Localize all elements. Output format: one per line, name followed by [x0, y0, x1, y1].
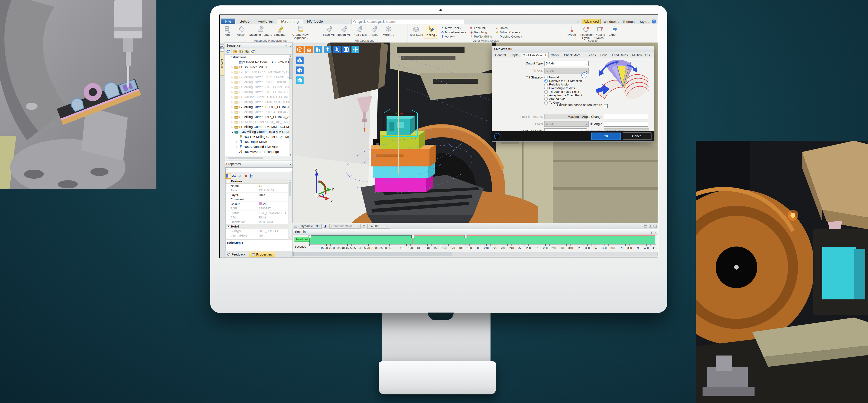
- radio-icon[interactable]: [544, 97, 548, 101]
- ribbon-button-simulate[interactable]: Simulate ▾: [273, 25, 288, 38]
- dialog-tab-tool-axis-control[interactable]: Tool Axis Control: [521, 52, 549, 58]
- menu-item-windows[interactable]: Windows ▾: [603, 20, 620, 24]
- timeline-horizontal-scrollbar[interactable]: [293, 252, 657, 256]
- cancel-button[interactable]: Cancel: [623, 133, 651, 140]
- property-row-internalhole[interactable]: InternalHoleNo: [225, 233, 288, 238]
- category-icon[interactable]: [225, 173, 231, 179]
- sequence-vertical-scrollbar[interactable]: ▲ ▼: [289, 55, 292, 156]
- machine-view-icon[interactable]: [314, 46, 322, 53]
- expander-icon[interactable]: ▷: [230, 99, 234, 105]
- max-angle-input[interactable]: [604, 114, 648, 119]
- ok-button[interactable]: OK: [591, 133, 621, 140]
- tree-item-164-rapid-move[interactable]: ▷164 Rapid Move: [225, 139, 289, 144]
- tree-item-instructions[interactable]: Instructions: [225, 55, 289, 60]
- ribbon-button-profile-milling[interactable]: §Profile Milling: [469, 34, 493, 39]
- expander-icon[interactable]: ▷: [230, 110, 234, 114]
- sequence-horizontal-scrollbar[interactable]: ◂▸: [225, 156, 292, 160]
- dialog-close-icon[interactable]: ✕: [510, 47, 513, 51]
- calc-centre-checkbox[interactable]: [604, 104, 608, 108]
- layers-side-tab[interactable]: Layers: [220, 52, 224, 76]
- ribbon-button-probe[interactable]: Probe: [565, 25, 579, 38]
- close-icon[interactable]: ✕: [655, 230, 657, 235]
- dialog-tab-multiple-cuts[interactable]: Multiple Cuts: [630, 52, 652, 58]
- world-folder-icon[interactable]: [244, 49, 249, 54]
- ribbon-button-create-new-sequence[interactable]: Create New Sequence ▾: [288, 25, 313, 38]
- pin-icon[interactable]: ⊤: [285, 44, 287, 49]
- sort-icon[interactable]: A: [232, 173, 237, 178]
- tilt-option-normal[interactable]: Normal: [544, 76, 559, 79]
- properties-vertical-scrollbar[interactable]: ▲ ▼: [288, 179, 292, 239]
- dialog-tab-check[interactable]: Check: [549, 52, 562, 58]
- delete-folder-icon[interactable]: ✶: [232, 49, 237, 54]
- pin-icon[interactable]: ⊤: [650, 230, 653, 235]
- expander-icon[interactable]: ▷: [230, 124, 234, 129]
- property-row-name[interactable]: Name10: [225, 184, 288, 188]
- refresh-icon[interactable]: [225, 49, 230, 54]
- tree-item-t2-d20-high-feed-slot-strategy-open-slot[interactable]: ▷T2 D20 High Feed Slot Strategy Open Slo…: [225, 70, 289, 75]
- timeline-segment-1[interactable]: [412, 235, 466, 244]
- tree-item-t11-milling-cutter-d13-drill-15385u08c[interactable]: ▷T11 Milling Cutter : D13_Drill_15385U08…: [225, 119, 289, 124]
- ribbon-tab-setup[interactable]: Setup: [235, 19, 253, 24]
- view-cube-icon[interactable]: [296, 46, 304, 53]
- pin-icon[interactable]: ⊤: [285, 162, 287, 168]
- tree-item-t36-milling-cutter-10-0-mm-dia-ball-nose[interactable]: ◢T36 Milling Cutter : 10.0 MM DIA BALL N…: [225, 129, 289, 134]
- property-row-orientation[interactable]: OrientationVERTICAL: [225, 220, 288, 224]
- property-group-hole2[interactable]: −Hole2: [225, 224, 288, 229]
- timeline-handle[interactable]: [309, 235, 311, 238]
- radio-icon[interactable]: [544, 87, 548, 90]
- tree-item-t7-milling-cutter-p2d12-fetoga-hmx2-01-1[interactable]: ▷T7 Milling Cutter : P2D12_FEToGA_HMX2.0…: [225, 105, 289, 110]
- ribbon-button-move-tool[interactable]: ↱Move Tool ▾: [440, 26, 467, 30]
- property-row-type[interactable]: TypeFT_HOLE2: [225, 188, 288, 193]
- expander-icon[interactable]: ▷: [230, 70, 234, 75]
- property-row-colour[interactable]: Colour26: [225, 202, 288, 206]
- property-row-comment[interactable]: Comment: [225, 197, 288, 202]
- dialog-help-icon[interactable]: ?: [581, 73, 587, 78]
- expander-icon[interactable]: ▷: [230, 75, 234, 80]
- expander-icon[interactable]: ▷: [235, 139, 239, 144]
- property-row-cpl[interactable]: CPLRight: [225, 215, 288, 220]
- ribbon-button-miscellaneous[interactable]: ⚙Miscellaneous ▾: [440, 30, 467, 34]
- tab-properties[interactable]: Properties: [249, 252, 275, 258]
- tilt-option-fixed-angle-to-axis[interactable]: Fixed Angle to Axis: [544, 86, 575, 90]
- ribbon-button-face-mill[interactable]: ≋Face Mill: [469, 26, 493, 30]
- radio-icon[interactable]: [544, 101, 548, 105]
- close-icon[interactable]: ✕: [289, 162, 292, 168]
- tree-item-t10-milling-cutter-d16r1-fetoga-32018r1[interactable]: ▷T10 Milling Cutter : D16R1_FEToGA_32018…: [225, 94, 289, 99]
- property-row-rgb[interactable]: RGB3980287: [225, 206, 288, 211]
- layout-grid-icon[interactable]: [351, 46, 359, 53]
- property-row-level[interactable]: Level-18.0: [225, 238, 288, 239]
- tab-feedback[interactable]: Feedback: [224, 252, 248, 258]
- dialog-tab-depth[interactable]: Depth: [508, 52, 521, 58]
- tilt-option-away-from-a-fixed-point[interactable]: Away from a Fixed Point: [544, 94, 582, 97]
- ribbon-button-holes[interactable]: ∴Holes: [494, 26, 523, 30]
- ribbon-button-inspection-cycle[interactable]: Inspection Cycle: [579, 25, 593, 38]
- expander-icon[interactable]: ◢: [230, 129, 234, 134]
- dialog-title-bar[interactable]: Five Axis ⁞⁞✕: [492, 46, 654, 52]
- reject-icon[interactable]: [243, 173, 248, 178]
- tree-item-163-t36-milling-cutter-10-0-mm-dia-ball[interactable]: 163 T36 Milling Cutter : 10.0 MM DIA BAL…: [225, 134, 289, 139]
- expander-icon[interactable]: ▷: [230, 119, 234, 124]
- timeline-handle[interactable]: [411, 235, 414, 238]
- radio-icon[interactable]: [544, 83, 548, 86]
- ribbon-button-probing-cycles[interactable]: ¦Probing Cycles ▾: [494, 34, 523, 39]
- tree-item-165-advanced-five-axis[interactable]: ▷165 Advanced Five Axis: [225, 144, 289, 149]
- home-icon[interactable]: ⌂: [577, 20, 579, 24]
- dialog-tab-feed-rates[interactable]: Feed Rates: [610, 52, 630, 58]
- tree-item-t3-milling-cutter-ztd05-180-xp25-sp06-02[interactable]: ▷T3 Milling Cutter : ZTD05-180-XP25-SP06…: [225, 80, 289, 85]
- ribbon-tab-nc-code[interactable]: NC Code: [303, 19, 327, 24]
- sequence-side-tab[interactable]: [220, 44, 224, 52]
- feature-selector[interactable]: 10⌄: [225, 167, 293, 173]
- timeline-track[interactable]: [309, 235, 656, 244]
- accept-icon[interactable]: [238, 173, 243, 178]
- tilt-option-through-a-fixed-point[interactable]: Through a Fixed Point: [544, 90, 579, 94]
- ribbon-button-plan[interactable]: Plan ▾: [221, 25, 235, 38]
- tree-item-166-move-to-toolchange[interactable]: 166 Move to Toolchange: [225, 149, 289, 154]
- tree-item-t8-milling-cutter-ztd04-280-xp32-sp09-02[interactable]: ▷T8 Milling Cutter : ZTD04-280-XP32-SP09…: [225, 110, 289, 114]
- tree-item-3-insert-nc-code-blk-form-0-2-x-70-0-y-7[interactable]: 3 Insert Nc Code : BLK FORM 0.2 X+70.0 Y…: [225, 60, 289, 65]
- split-window-icon[interactable]: [649, 225, 652, 228]
- ribbon-button-verify[interactable]: ℹVerify ▾: [440, 34, 467, 39]
- ribbon-tab-machining[interactable]: Machining: [277, 19, 303, 24]
- timeline-row-label[interactable]: head one: [294, 237, 310, 242]
- ribbon-tab-features[interactable]: Features: [254, 19, 277, 24]
- ribbon-button-machine-feature[interactable]: Machine Feature: [249, 25, 273, 38]
